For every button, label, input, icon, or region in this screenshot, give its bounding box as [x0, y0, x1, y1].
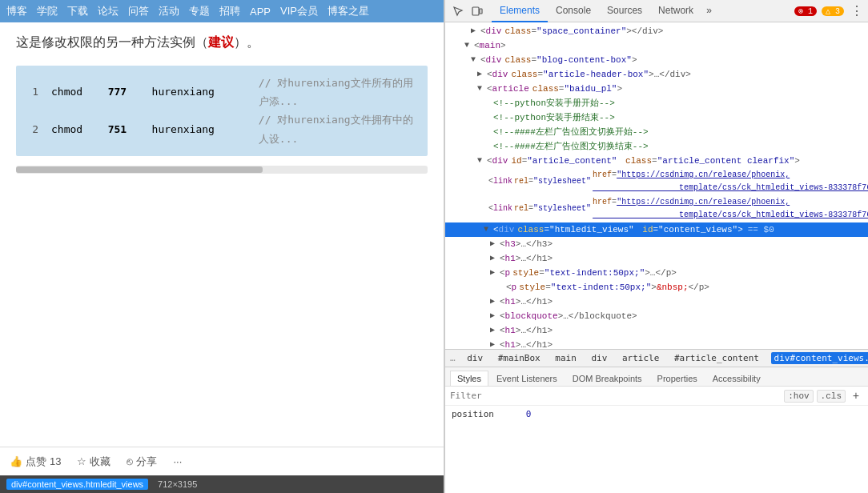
tree-line-comment-py-end[interactable]: <!--python安装手册结束-->	[445, 110, 868, 125]
breadcrumb-div2[interactable]: div	[588, 352, 610, 364]
toggle-arrow[interactable]: ▶	[471, 25, 480, 38]
tree-line-link1[interactable]: <link rel="stylesheet" href="https://csd…	[445, 168, 868, 195]
nav-item-download[interactable]: 下载	[67, 4, 88, 18]
tree-line-blockquote[interactable]: ▶ <blockquote>…</blockquote>	[445, 309, 868, 323]
line-num-2: 2	[26, 120, 38, 138]
breadcrumb-content-views[interactable]: div#content_views.htmledit_views	[771, 352, 868, 364]
tree-line-comment-py-start[interactable]: <!--python安装手册开始-->	[445, 96, 868, 110]
pseudo-class-button[interactable]: :hov	[784, 390, 813, 403]
code-block: 1 chmod 777 hurenxiang // 对hurenxiang文件所…	[16, 66, 428, 157]
tree-line-h1-2[interactable]: ▶ <h1>…</h1>	[445, 295, 868, 309]
nav-bar: 博客 学院 下载 论坛 问答 活动 专题 招聘 APP VIP会员 博客之星	[0, 0, 444, 22]
tree-line-link2[interactable]: <link rel="stylesheet" href="https://csd…	[445, 195, 868, 222]
toggle-arrow-ahb[interactable]: ▶	[477, 68, 487, 81]
nav-item-qa[interactable]: 问答	[128, 4, 149, 18]
tree-line-comment-ad-start[interactable]: <!--####左栏广告位图文切换开始-->	[445, 125, 868, 139]
more-button[interactable]: ···	[173, 455, 182, 467]
breadcrumb-article-content[interactable]: #article_content	[671, 352, 762, 364]
code-line-1: 1 chmod 777 hurenxiang // 对hurenxiang文件所…	[26, 74, 418, 111]
tab-sources[interactable]: Sources	[599, 0, 650, 22]
cmd-1-arg: hurenxiang	[152, 82, 215, 101]
bottom-bar: 👍 点赞 13 ☆ 收藏 ⎋ 分享 ···	[0, 447, 444, 475]
style-property-position: position	[452, 409, 494, 419]
nav-item-app[interactable]: APP	[250, 6, 271, 18]
nav-item-recruit[interactable]: 招聘	[219, 4, 240, 18]
nav-item-academy[interactable]: 学院	[37, 4, 58, 18]
title-highlight: 建议	[208, 35, 234, 49]
toggle-p1[interactable]: ▶	[490, 267, 500, 279]
toggle-arrow-main[interactable]: ▼	[464, 39, 474, 52]
nav-item-vip[interactable]: VIP会员	[280, 4, 318, 18]
title-text-end: ）。	[234, 35, 259, 49]
breadcrumb-article[interactable]: article	[619, 352, 662, 364]
cmd-1-perm: 777	[108, 82, 127, 101]
tree-line-comment-ad-end[interactable]: <!--####左栏广告位图文切换结束-->	[445, 139, 868, 154]
tree-line-content-views[interactable]: ▼ <div class="htmledit_views" id="conten…	[445, 222, 868, 237]
tab-elements[interactable]: Elements	[492, 0, 548, 22]
nav-item-star[interactable]: 博客之星	[328, 4, 369, 18]
toggle-arrow-article[interactable]: ▼	[477, 82, 487, 95]
nav-item-blog[interactable]: 博客	[6, 4, 27, 18]
tree-line-h1-3[interactable]: ▶ <h1>…</h1>	[445, 323, 868, 338]
tree-line-h1-1[interactable]: ▶ <h1>…</h1>	[445, 251, 868, 266]
tree-line-p1[interactable]: ▶ <p style="text-indent:50px;" >…</p>	[445, 266, 868, 280]
styles-tab-accessibility[interactable]: Accessibility	[705, 371, 768, 386]
toggle-arrow-bcb[interactable]: ▼	[471, 54, 480, 66]
breadcrumb-div[interactable]: div	[464, 352, 486, 364]
nav-item-forum[interactable]: 论坛	[98, 4, 119, 18]
tree-line-article-content[interactable]: ▼ <div id="article_content" class="artic…	[445, 154, 868, 168]
toggle-arrow-cv[interactable]: ▼	[484, 223, 493, 236]
styles-tab-properties[interactable]: Properties	[650, 371, 705, 386]
page-content: 这是修改权限的另一种方法实例（建议）。 1 chmod 777 hurenxia…	[0, 22, 444, 493]
cmd-2-keyword: chmod	[51, 120, 82, 138]
styles-content: position 0	[445, 406, 868, 493]
breadcrumb-main[interactable]: main	[552, 352, 580, 364]
devtools-menu-button[interactable]: ⋮	[850, 3, 863, 19]
like-icon: 👍	[10, 455, 22, 467]
error-badge: ⊗ 1	[794, 6, 817, 16]
filter-input[interactable]	[450, 391, 781, 401]
html-tree[interactable]: ▶ <div class="space_container" ></div> ▼…	[445, 22, 868, 349]
styles-tab-styles[interactable]: Styles	[450, 371, 488, 386]
breadcrumb-mainbox[interactable]: #mainBox	[495, 352, 544, 364]
device-toolbar-button[interactable]	[469, 3, 485, 19]
styles-tab-dom-breakpoints[interactable]: DOM Breakpoints	[565, 371, 649, 386]
cmd-1-comment: // 对hurenxiang文件所有的用户添...	[259, 74, 418, 111]
breadcrumb: … div #mainBox main div article #article…	[445, 350, 868, 367]
tree-line-article-header-box[interactable]: ▶ <div class="article-header-box" >…</di…	[445, 67, 868, 82]
tree-line-main[interactable]: ▼ <main>	[445, 38, 868, 53]
browser-panel: 博客 学院 下载 论坛 问答 活动 专题 招聘 APP VIP会员 博客之星 这…	[0, 0, 444, 493]
more-label: ···	[173, 455, 182, 467]
svg-rect-1	[480, 9, 482, 14]
share-label: 分享	[136, 455, 157, 469]
share-button[interactable]: ⎋ 分享	[127, 455, 157, 469]
tree-line-h1-4[interactable]: ▶ <h1>…</h1>	[445, 338, 868, 349]
tree-line-space-container[interactable]: ▶ <div class="space_container" ></div>	[445, 24, 868, 38]
tree-line-h3[interactable]: ▶ <h3>…</h3>	[445, 237, 868, 251]
devtools-tabs: Elements Console Sources Network »	[492, 0, 717, 22]
toggle-h3[interactable]: ▶	[490, 238, 500, 251]
toggle-arrow-ac[interactable]: ▼	[477, 154, 487, 167]
status-element[interactable]: div#content_views.htmledit_views	[6, 479, 148, 490]
toggle-h1-1[interactable]: ▶	[490, 252, 500, 265]
tab-network[interactable]: Network	[650, 0, 701, 22]
selected-marker: == $0	[748, 223, 774, 236]
tree-line-article[interactable]: ▼ <article class="baidu_pl" >	[445, 82, 868, 96]
tree-line-p-nbsp[interactable]: <p style="text-indent:50px;" >&nbsp;</p>	[445, 280, 868, 295]
more-tabs-button[interactable]: »	[701, 6, 717, 17]
style-value-position: 0	[526, 409, 532, 419]
devtools-toolbar: Elements Console Sources Network » ⊗ 1 △…	[445, 0, 868, 22]
like-button[interactable]: 👍 点赞 13	[10, 455, 61, 469]
tab-console[interactable]: Console	[548, 0, 599, 22]
styles-tab-event-listeners[interactable]: Event Listeners	[489, 371, 565, 386]
breadcrumb-ellipsis[interactable]: …	[450, 353, 456, 363]
class-button[interactable]: .cls	[817, 390, 846, 403]
nav-item-activity[interactable]: 活动	[159, 4, 179, 18]
inspector-cursor-button[interactable]	[450, 3, 466, 19]
collect-button[interactable]: ☆ 收藏	[77, 455, 111, 469]
tree-line-blog-content-box[interactable]: ▼ <div class="blog-content-box" >	[445, 53, 868, 67]
like-label: 点赞	[26, 455, 46, 469]
nav-item-topic[interactable]: 专题	[189, 4, 210, 18]
devtools-bottom: … div #mainBox main div article #article…	[445, 349, 868, 493]
add-style-rule-button[interactable]: +	[849, 389, 863, 403]
